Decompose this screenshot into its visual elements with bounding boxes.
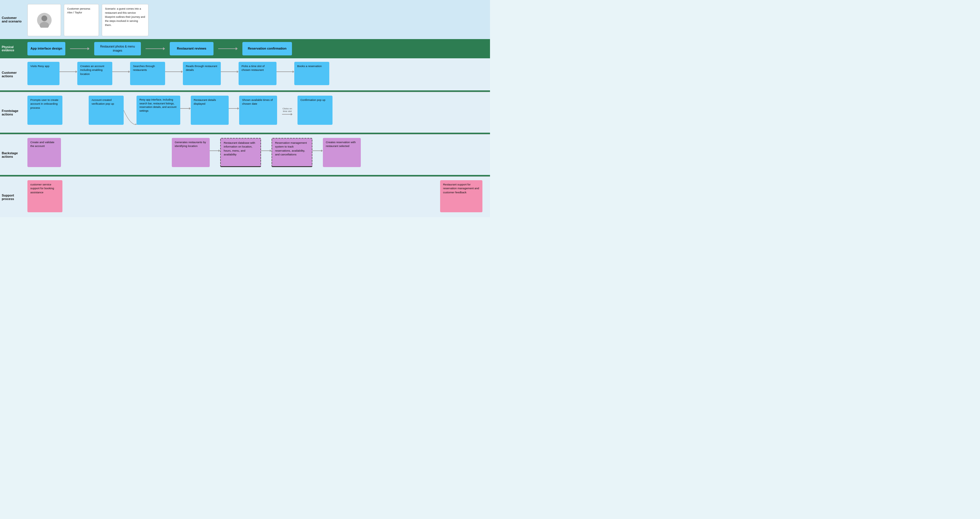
customer-actions-label: Customer actions (0, 58, 25, 90)
svg-point-1 (41, 16, 47, 21)
avatar-icon (37, 13, 52, 28)
bs-card-5: Creates reservation with restaurant sele… (323, 138, 361, 167)
fs-card-1: Prompts user to create account in onboar… (27, 96, 62, 125)
customer-actions-row: Customer actions Visits Resy app Creates… (0, 58, 490, 90)
ca-card-3: Searches through restaurants (130, 62, 165, 85)
physical-evidence-label: Physical evidence (0, 39, 25, 58)
ca-card-5: Picks a time slot of chosen restaurant (239, 62, 277, 85)
ca-arrow-3 (165, 71, 183, 73)
frontstage-body: Prompts user to create account in onboar… (25, 92, 490, 133)
bs-card-1: Create and validate the account (27, 138, 61, 167)
bs-arrow-3 (261, 149, 272, 152)
ca-arrow-4 (221, 71, 239, 73)
persona-card: Customer persona: Alex / Taylor (64, 4, 99, 36)
ca-arrow-5 (277, 71, 294, 73)
scenario-card: Scenario: a guest comes into a restauran… (102, 4, 148, 36)
fs-card-5: Shown available times of chosen date (239, 96, 277, 125)
pe-card-3: Restaurant reviews (170, 42, 213, 56)
ca-card-2: Creates an account Including enabling lo… (77, 62, 112, 85)
bs-card-4: Reservation management system to track r… (272, 138, 312, 167)
customer-scenario-row: Customer and scenario Customer persona: … (0, 0, 490, 39)
fs-note-arrow: Clicks on time slot (277, 107, 298, 116)
fs-card-4: Restaurant details displayed (191, 96, 229, 125)
customer-scenario-body: Customer persona: Alex / Taylor Scenario… (25, 0, 490, 39)
backstage-body: Create and validate the account Generate… (25, 135, 490, 175)
fs-card-3: Resy app interface, including search bar… (137, 96, 180, 125)
frontstage-row: Frontstage actions Prompts user to creat… (0, 92, 490, 133)
pe-card-2: Restaurant photos & menu images (94, 42, 141, 56)
pe-arrow-2 (146, 47, 165, 50)
customer-actions-body: Visits Resy app Creates an account Inclu… (25, 58, 490, 90)
pe-arrow-3 (218, 47, 238, 50)
frontstage-label: Frontstage actions (0, 92, 25, 133)
ca-arrow-2 (112, 71, 130, 73)
pe-card-1: App interface design (27, 42, 65, 56)
fs-arrow-4 (229, 107, 239, 110)
bs-card-3: Restaurant database with information on … (220, 138, 261, 167)
backstage-row: Backstage actions Create and validate th… (0, 134, 490, 175)
avatar-card (27, 4, 61, 36)
physical-evidence-body: App interface design Restaurant photos &… (25, 39, 490, 58)
fs-card-2: Account created verification pop up (89, 96, 124, 125)
pe-arrow-1 (70, 47, 89, 50)
ca-card-6: Books a reservation (294, 62, 329, 85)
fs-arrow-3 (180, 107, 191, 110)
ca-arrow-1 (59, 71, 77, 73)
blueprint-container: Customer and scenario Customer persona: … (0, 0, 490, 217)
ca-card-4: Reads through restaurant details (183, 62, 221, 85)
physical-evidence-row: Physical evidence App interface design R… (0, 39, 490, 58)
ca-card-1: Visits Resy app (27, 62, 59, 85)
sp-card-2: Restaurant support for reservation manag… (440, 180, 482, 212)
curved-connector (124, 96, 137, 125)
support-body: customer service support for booking ass… (25, 177, 490, 217)
sp-card-1: customer service support for booking ass… (27, 180, 62, 212)
support-row: Support process customer service support… (0, 176, 490, 217)
bs-card-2: Generates restaurants by identifying loc… (172, 138, 210, 167)
bs-arrow-4 (312, 149, 323, 152)
bs-arrow-2 (210, 149, 220, 152)
customer-scenario-label: Customer and scenario (0, 0, 25, 39)
fs-card-6: Confirmation pop up (298, 96, 332, 125)
pe-card-4: Reservation confirmation (242, 42, 292, 56)
backstage-label: Backstage actions (0, 135, 25, 175)
support-label: Support process (0, 177, 25, 217)
